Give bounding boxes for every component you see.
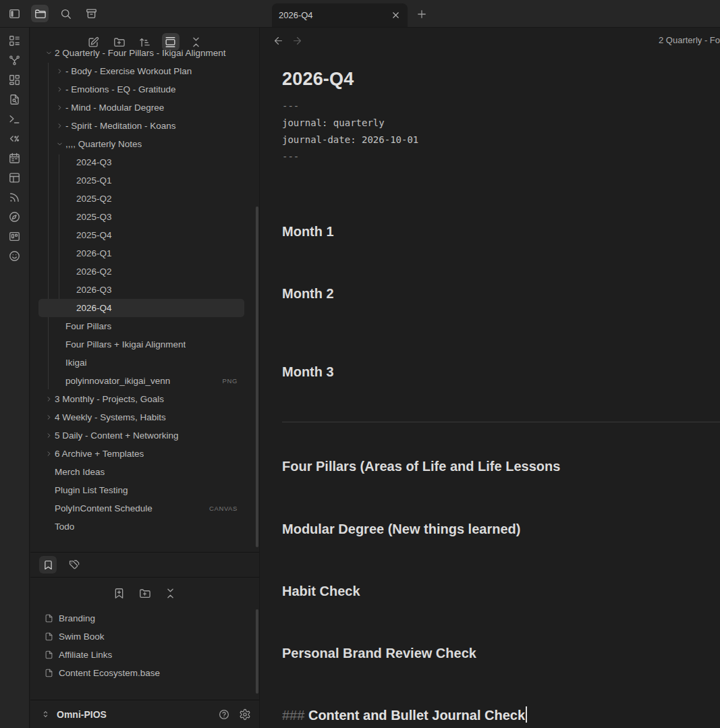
editor-content[interactable]: 2026-Q4 --- journal: quarterly journal-d…	[260, 28, 720, 728]
templater-icon[interactable]	[8, 132, 21, 145]
active-heading-line[interactable]: ### Content and Bullet Journal Check	[282, 706, 527, 725]
tree-item-label: 2024-Q3	[76, 157, 112, 167]
settings-gear-icon[interactable]	[239, 708, 251, 721]
tree-folder[interactable]: - Emotions - EQ - Gratitude	[38, 80, 244, 99]
rss-icon[interactable]	[8, 191, 21, 204]
help-icon[interactable]	[218, 708, 230, 721]
file-icon	[44, 668, 54, 678]
bookmarks-pane: BrandingSwim BookAffiliate LinksContent …	[30, 577, 259, 700]
heading-month-1[interactable]: Month 1	[282, 223, 334, 241]
chevron-down-icon[interactable]	[45, 49, 55, 57]
tree-file[interactable]: 2026-Q3	[38, 281, 244, 299]
tree-folder[interactable]: 3 Monthly - Projects, Goals	[38, 390, 244, 408]
heading-month-3[interactable]: Month 3	[282, 363, 334, 381]
tree-folder[interactable]: - Mind - Modular Degree	[38, 99, 244, 117]
tree-file[interactable]: 2026-Q4	[38, 299, 244, 317]
graph-icon[interactable]	[8, 54, 21, 67]
tree-file[interactable]: Four Pillars + Ikigai Alignment	[38, 335, 244, 354]
chevron-right-icon[interactable]	[45, 395, 55, 403]
tree-item-label: 2026-Q4	[76, 303, 112, 313]
bookmark-item[interactable]: Affiliate Links	[38, 646, 244, 664]
new-tab-button[interactable]	[414, 6, 430, 22]
tree-item-label: - Mind - Modular Degree	[65, 103, 164, 113]
chevron-right-icon[interactable]	[45, 450, 55, 457]
bookmark-item[interactable]: Swim Book	[38, 627, 244, 646]
search-tab-icon[interactable]	[57, 5, 74, 22]
bookmarks-tab[interactable]	[39, 556, 57, 573]
bookmarks-header	[30, 584, 259, 603]
tree-file[interactable]: Merch Ideas	[38, 463, 244, 481]
chevron-right-icon[interactable]	[56, 67, 65, 75]
tree-folder[interactable]: 4 Weekly - Systems, Habits	[38, 408, 244, 426]
vault-switcher-icon[interactable]	[40, 709, 51, 719]
tree-file[interactable]: 2025-Q2	[38, 190, 244, 208]
vault-name[interactable]: Omni-PIOS	[57, 709, 107, 720]
tree-item-label: 2025-Q1	[76, 175, 112, 186]
heading-personal-brand[interactable]: Personal Brand Review Check	[282, 644, 476, 663]
explorer-scrollbar[interactable]	[256, 206, 258, 547]
tree-folder[interactable]: 2 Quarterly - Four Pillars - Ikigai Alig…	[38, 48, 244, 62]
collapse-bookmarks-icon[interactable]	[162, 584, 179, 602]
tree-item-label: 2026-Q2	[76, 267, 112, 277]
active-heading-text: Content and Bullet Journal Check	[308, 708, 525, 723]
terminal-icon[interactable]	[8, 113, 21, 125]
heading-modular-degree[interactable]: Modular Degree (New things learned)	[282, 520, 520, 538]
table-icon[interactable]	[8, 171, 21, 184]
tree-file[interactable]: 2025-Q3	[38, 208, 244, 226]
inline-title[interactable]: 2026-Q4	[282, 69, 354, 90]
kanban-icon[interactable]	[8, 230, 21, 243]
add-bookmark-icon[interactable]	[111, 584, 128, 602]
tree-file[interactable]: 2026-Q2	[38, 262, 244, 281]
tree-file[interactable]: Four Pillars	[38, 317, 244, 335]
files-tab-icon[interactable]	[31, 5, 49, 22]
bookmark-item[interactable]: Content Ecosystem.base	[38, 664, 244, 682]
tree-folder[interactable]: - Spirit - Meditation - Koans	[38, 117, 244, 135]
chevron-down-icon[interactable]	[56, 140, 65, 148]
tags-tab[interactable]	[67, 559, 80, 571]
tab-2026-q4[interactable]: 2026-Q4	[272, 3, 408, 27]
heading-four-pillars[interactable]: Four Pillars (Areas of Life and Life Les…	[282, 457, 560, 476]
bookmarks-list: BrandingSwim BookAffiliate LinksContent …	[30, 609, 259, 682]
tree-item-label: 2025-Q3	[76, 212, 112, 222]
tree-file[interactable]: Plugin List Testing	[38, 481, 244, 499]
heading-habit-check[interactable]: Habit Check	[282, 582, 360, 600]
new-bookmark-group-icon[interactable]	[136, 584, 154, 602]
file-search-icon[interactable]	[8, 93, 21, 106]
titlebar: 2026-Q4	[0, 0, 720, 28]
sidebar-toggle-icon[interactable]	[5, 5, 23, 22]
tree-file[interactable]: 2025-Q4	[38, 226, 244, 244]
tree-folder[interactable]: - Body - Exercise Workout Plan	[38, 62, 244, 80]
chevron-right-icon[interactable]	[56, 122, 65, 130]
bookmark-item[interactable]: Branding	[38, 609, 244, 627]
tree-folder[interactable]: 5 Daily - Content + Networking	[38, 426, 244, 445]
tree-file[interactable]: Todo	[38, 517, 244, 536]
tree-item-label: Todo	[55, 522, 74, 532]
frontmatter-block[interactable]: --- journal: quarterly journal-date: 202…	[282, 98, 418, 165]
calendar-icon[interactable]	[8, 152, 21, 165]
tree-file[interactable]: 2024-Q3	[38, 153, 244, 171]
tree-file[interactable]: polyinnovator_ikigai_vennPNG	[38, 372, 244, 390]
chevron-right-icon[interactable]	[56, 104, 65, 111]
editor-pane: 2 Quarterly - Fou 2026-Q4 --- journal: q…	[260, 28, 720, 728]
tree-file[interactable]: Ikigai	[38, 354, 244, 372]
chevron-right-icon[interactable]	[56, 86, 65, 93]
tree-folder[interactable]: ,,,, Quarterly Notes	[38, 135, 244, 153]
archive-tab-icon[interactable]	[82, 5, 100, 22]
tab-close-icon[interactable]	[391, 10, 401, 20]
layout-dashboard-icon[interactable]	[8, 74, 21, 86]
smile-icon[interactable]	[8, 250, 21, 262]
tree-file[interactable]: PolyInContent ScheduleCANVAS	[38, 499, 244, 517]
chevron-right-icon[interactable]	[45, 414, 55, 421]
chevron-right-icon[interactable]	[45, 432, 55, 439]
tree-item-label: Plugin List Testing	[55, 485, 128, 495]
tree-file[interactable]: 2026-Q1	[38, 244, 244, 262]
bookmark-label: Swim Book	[59, 632, 105, 642]
tree-file[interactable]: 2025-Q1	[38, 171, 244, 190]
file-tree: 2 Quarterly - Four Pillars - Ikigai Alig…	[30, 48, 259, 562]
heading-month-2[interactable]: Month 2	[282, 285, 334, 303]
plus-icon	[416, 8, 428, 20]
bookmarks-scrollbar[interactable]	[256, 609, 258, 694]
tree-folder[interactable]: 6 Archive + Templates	[38, 445, 244, 463]
compass-icon[interactable]	[8, 211, 21, 223]
layout-list-icon[interactable]	[8, 34, 21, 47]
